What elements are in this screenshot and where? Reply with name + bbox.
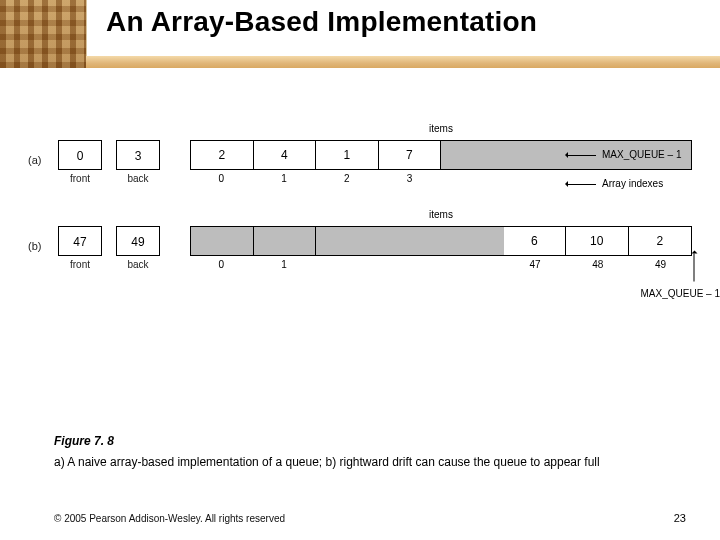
array-cell xyxy=(441,227,504,255)
banner-photo xyxy=(0,0,87,68)
row-b-array: items 6102 xyxy=(190,226,692,256)
arrow-b xyxy=(694,254,695,282)
row-a-front-cell: 0 xyxy=(58,140,102,170)
array-cell: 1 xyxy=(316,141,379,169)
index-cell: 48 xyxy=(567,259,630,270)
index-cell: 49 xyxy=(629,259,692,270)
row-b-front-stack: 47 front xyxy=(58,226,102,270)
array-cell: 10 xyxy=(566,227,629,255)
figure-row-b: (b) 47 front 49 back items 6102 01474849… xyxy=(28,226,692,270)
row-b-tag: (b) xyxy=(28,226,58,252)
index-cell xyxy=(441,259,504,270)
arrow-a2 xyxy=(568,155,596,156)
row-a-back-label: back xyxy=(116,173,160,184)
maxqueue-right-a: MAX_QUEUE – 1 xyxy=(602,149,681,160)
arrow-a xyxy=(568,184,596,185)
index-cell: 0 xyxy=(190,259,253,270)
array-indexes-annot: Array indexes xyxy=(602,178,663,189)
row-a-tag: (a) xyxy=(28,140,58,166)
index-cell xyxy=(316,259,379,270)
row-b-front-cell: 47 xyxy=(58,226,102,256)
array-cell: 2 xyxy=(191,141,254,169)
row-a-back-cell: 3 xyxy=(116,140,160,170)
figure-caption: Figure 7. 8 a) A naive array-based imple… xyxy=(54,431,686,472)
array-cell xyxy=(504,141,567,169)
index-cell xyxy=(441,173,504,184)
index-cell: 0 xyxy=(190,173,253,184)
index-cell xyxy=(504,173,567,184)
row-a-front-stack: 0 front xyxy=(58,140,102,184)
row-b-right: items 6102 01474849 MAX_QUEUE – 1 xyxy=(190,226,692,270)
array-cell: 2 xyxy=(629,227,692,255)
row-b-back-stack: 49 back xyxy=(116,226,160,270)
array-cell xyxy=(254,227,317,255)
copyright-footer: © 2005 Pearson Addison-Wesley. All right… xyxy=(54,513,285,524)
items-label-a: items xyxy=(429,123,453,134)
row-b-front-label: front xyxy=(58,259,102,270)
index-cell: 2 xyxy=(316,173,379,184)
row-a-front-label: front xyxy=(58,173,102,184)
array-cell: 6 xyxy=(504,227,567,255)
array-cell xyxy=(441,141,504,169)
array-cell xyxy=(191,227,254,255)
row-a-back-stack: 3 back xyxy=(116,140,160,184)
slide-title: An Array-Based Implementation xyxy=(106,6,537,38)
maxqueue-annot-b: MAX_QUEUE – 1 xyxy=(641,288,720,299)
index-cell: 47 xyxy=(504,259,567,270)
index-cell: 3 xyxy=(378,173,441,184)
row-b-back-cell: 49 xyxy=(116,226,160,256)
row-b-back-label: back xyxy=(116,259,160,270)
index-cell: 1 xyxy=(253,173,316,184)
array-cell xyxy=(316,227,379,255)
row-b-indexes: 01474849 xyxy=(190,259,692,270)
array-cell: 7 xyxy=(379,141,442,169)
figure-caption-text: a) A naive array-based implementation of… xyxy=(54,455,600,469)
figure-row-a: (a) 0 front 3 back items 2417 0123 Array… xyxy=(28,140,692,184)
items-label-b: items xyxy=(429,209,453,220)
array-cell xyxy=(379,227,442,255)
figure-number: Figure 7. 8 xyxy=(54,434,114,448)
row-a-right: items 2417 0123 Array indexes MAX_QUEUE … xyxy=(190,140,692,184)
array-cell: 4 xyxy=(254,141,317,169)
index-cell: 1 xyxy=(253,259,316,270)
figure-wrap: (a) 0 front 3 back items 2417 0123 Array… xyxy=(28,140,692,270)
index-cell xyxy=(378,259,441,270)
page-number: 23 xyxy=(674,512,686,524)
